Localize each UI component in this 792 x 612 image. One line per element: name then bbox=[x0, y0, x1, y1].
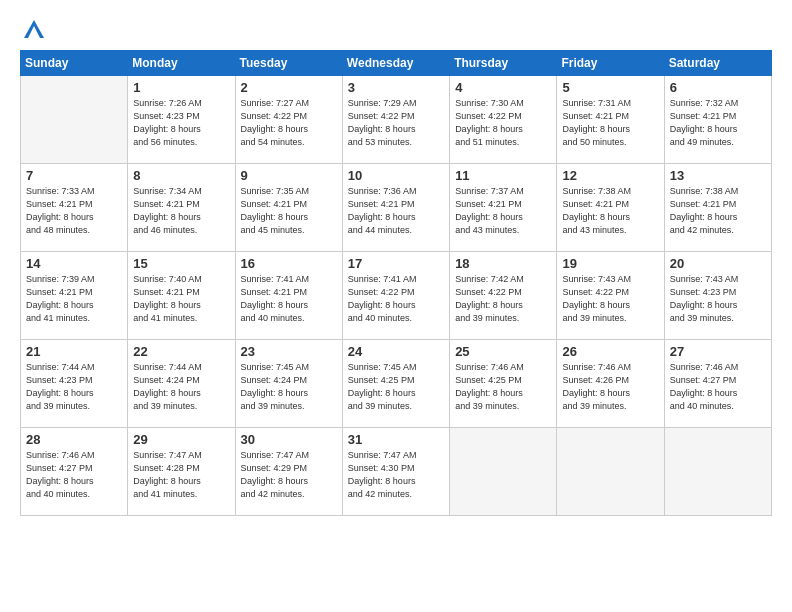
calendar-header: SundayMondayTuesdayWednesdayThursdayFrid… bbox=[21, 51, 772, 76]
day-cell: 17Sunrise: 7:41 AM Sunset: 4:22 PM Dayli… bbox=[342, 252, 449, 340]
calendar-body: 1Sunrise: 7:26 AM Sunset: 4:23 PM Daylig… bbox=[21, 76, 772, 516]
day-info: Sunrise: 7:43 AM Sunset: 4:23 PM Dayligh… bbox=[670, 273, 766, 325]
day-cell: 1Sunrise: 7:26 AM Sunset: 4:23 PM Daylig… bbox=[128, 76, 235, 164]
day-number: 21 bbox=[26, 344, 122, 359]
day-number: 6 bbox=[670, 80, 766, 95]
day-number: 3 bbox=[348, 80, 444, 95]
logo bbox=[20, 16, 52, 44]
day-number: 13 bbox=[670, 168, 766, 183]
day-cell bbox=[557, 428, 664, 516]
day-cell: 19Sunrise: 7:43 AM Sunset: 4:22 PM Dayli… bbox=[557, 252, 664, 340]
day-cell: 24Sunrise: 7:45 AM Sunset: 4:25 PM Dayli… bbox=[342, 340, 449, 428]
day-info: Sunrise: 7:35 AM Sunset: 4:21 PM Dayligh… bbox=[241, 185, 337, 237]
day-cell: 29Sunrise: 7:47 AM Sunset: 4:28 PM Dayli… bbox=[128, 428, 235, 516]
day-info: Sunrise: 7:47 AM Sunset: 4:30 PM Dayligh… bbox=[348, 449, 444, 501]
day-number: 16 bbox=[241, 256, 337, 271]
day-number: 30 bbox=[241, 432, 337, 447]
day-cell: 22Sunrise: 7:44 AM Sunset: 4:24 PM Dayli… bbox=[128, 340, 235, 428]
day-info: Sunrise: 7:39 AM Sunset: 4:21 PM Dayligh… bbox=[26, 273, 122, 325]
day-number: 14 bbox=[26, 256, 122, 271]
day-info: Sunrise: 7:46 AM Sunset: 4:27 PM Dayligh… bbox=[26, 449, 122, 501]
day-info: Sunrise: 7:47 AM Sunset: 4:28 PM Dayligh… bbox=[133, 449, 229, 501]
day-number: 1 bbox=[133, 80, 229, 95]
day-number: 20 bbox=[670, 256, 766, 271]
week-row-1: 7Sunrise: 7:33 AM Sunset: 4:21 PM Daylig… bbox=[21, 164, 772, 252]
day-cell: 13Sunrise: 7:38 AM Sunset: 4:21 PM Dayli… bbox=[664, 164, 771, 252]
day-cell: 18Sunrise: 7:42 AM Sunset: 4:22 PM Dayli… bbox=[450, 252, 557, 340]
day-cell: 5Sunrise: 7:31 AM Sunset: 4:21 PM Daylig… bbox=[557, 76, 664, 164]
day-number: 22 bbox=[133, 344, 229, 359]
day-cell: 15Sunrise: 7:40 AM Sunset: 4:21 PM Dayli… bbox=[128, 252, 235, 340]
day-number: 27 bbox=[670, 344, 766, 359]
calendar-table: SundayMondayTuesdayWednesdayThursdayFrid… bbox=[20, 50, 772, 516]
week-row-2: 14Sunrise: 7:39 AM Sunset: 4:21 PM Dayli… bbox=[21, 252, 772, 340]
day-cell: 7Sunrise: 7:33 AM Sunset: 4:21 PM Daylig… bbox=[21, 164, 128, 252]
day-info: Sunrise: 7:29 AM Sunset: 4:22 PM Dayligh… bbox=[348, 97, 444, 149]
day-number: 29 bbox=[133, 432, 229, 447]
day-info: Sunrise: 7:34 AM Sunset: 4:21 PM Dayligh… bbox=[133, 185, 229, 237]
day-cell: 16Sunrise: 7:41 AM Sunset: 4:21 PM Dayli… bbox=[235, 252, 342, 340]
day-info: Sunrise: 7:38 AM Sunset: 4:21 PM Dayligh… bbox=[670, 185, 766, 237]
day-cell: 6Sunrise: 7:32 AM Sunset: 4:21 PM Daylig… bbox=[664, 76, 771, 164]
day-info: Sunrise: 7:47 AM Sunset: 4:29 PM Dayligh… bbox=[241, 449, 337, 501]
day-number: 10 bbox=[348, 168, 444, 183]
day-cell: 21Sunrise: 7:44 AM Sunset: 4:23 PM Dayli… bbox=[21, 340, 128, 428]
day-info: Sunrise: 7:46 AM Sunset: 4:27 PM Dayligh… bbox=[670, 361, 766, 413]
day-info: Sunrise: 7:36 AM Sunset: 4:21 PM Dayligh… bbox=[348, 185, 444, 237]
logo-icon bbox=[20, 16, 48, 44]
day-number: 4 bbox=[455, 80, 551, 95]
day-cell: 30Sunrise: 7:47 AM Sunset: 4:29 PM Dayli… bbox=[235, 428, 342, 516]
day-number: 28 bbox=[26, 432, 122, 447]
day-cell: 31Sunrise: 7:47 AM Sunset: 4:30 PM Dayli… bbox=[342, 428, 449, 516]
day-info: Sunrise: 7:33 AM Sunset: 4:21 PM Dayligh… bbox=[26, 185, 122, 237]
day-number: 23 bbox=[241, 344, 337, 359]
day-cell: 23Sunrise: 7:45 AM Sunset: 4:24 PM Dayli… bbox=[235, 340, 342, 428]
day-header-friday: Friday bbox=[557, 51, 664, 76]
day-number: 12 bbox=[562, 168, 658, 183]
day-number: 24 bbox=[348, 344, 444, 359]
day-number: 18 bbox=[455, 256, 551, 271]
week-row-3: 21Sunrise: 7:44 AM Sunset: 4:23 PM Dayli… bbox=[21, 340, 772, 428]
day-info: Sunrise: 7:44 AM Sunset: 4:24 PM Dayligh… bbox=[133, 361, 229, 413]
day-cell bbox=[21, 76, 128, 164]
day-cell: 2Sunrise: 7:27 AM Sunset: 4:22 PM Daylig… bbox=[235, 76, 342, 164]
day-info: Sunrise: 7:40 AM Sunset: 4:21 PM Dayligh… bbox=[133, 273, 229, 325]
day-number: 31 bbox=[348, 432, 444, 447]
day-header-tuesday: Tuesday bbox=[235, 51, 342, 76]
header bbox=[20, 16, 772, 44]
day-info: Sunrise: 7:45 AM Sunset: 4:25 PM Dayligh… bbox=[348, 361, 444, 413]
day-info: Sunrise: 7:44 AM Sunset: 4:23 PM Dayligh… bbox=[26, 361, 122, 413]
day-header-wednesday: Wednesday bbox=[342, 51, 449, 76]
day-info: Sunrise: 7:26 AM Sunset: 4:23 PM Dayligh… bbox=[133, 97, 229, 149]
day-cell: 14Sunrise: 7:39 AM Sunset: 4:21 PM Dayli… bbox=[21, 252, 128, 340]
day-cell bbox=[664, 428, 771, 516]
day-header-sunday: Sunday bbox=[21, 51, 128, 76]
day-info: Sunrise: 7:42 AM Sunset: 4:22 PM Dayligh… bbox=[455, 273, 551, 325]
day-cell: 27Sunrise: 7:46 AM Sunset: 4:27 PM Dayli… bbox=[664, 340, 771, 428]
day-header-saturday: Saturday bbox=[664, 51, 771, 76]
day-cell: 12Sunrise: 7:38 AM Sunset: 4:21 PM Dayli… bbox=[557, 164, 664, 252]
day-number: 8 bbox=[133, 168, 229, 183]
day-cell: 28Sunrise: 7:46 AM Sunset: 4:27 PM Dayli… bbox=[21, 428, 128, 516]
day-number: 15 bbox=[133, 256, 229, 271]
day-cell: 11Sunrise: 7:37 AM Sunset: 4:21 PM Dayli… bbox=[450, 164, 557, 252]
day-header-monday: Monday bbox=[128, 51, 235, 76]
day-cell bbox=[450, 428, 557, 516]
week-row-4: 28Sunrise: 7:46 AM Sunset: 4:27 PM Dayli… bbox=[21, 428, 772, 516]
day-number: 17 bbox=[348, 256, 444, 271]
day-cell: 20Sunrise: 7:43 AM Sunset: 4:23 PM Dayli… bbox=[664, 252, 771, 340]
day-cell: 26Sunrise: 7:46 AM Sunset: 4:26 PM Dayli… bbox=[557, 340, 664, 428]
day-cell: 8Sunrise: 7:34 AM Sunset: 4:21 PM Daylig… bbox=[128, 164, 235, 252]
day-info: Sunrise: 7:37 AM Sunset: 4:21 PM Dayligh… bbox=[455, 185, 551, 237]
day-number: 25 bbox=[455, 344, 551, 359]
day-info: Sunrise: 7:41 AM Sunset: 4:21 PM Dayligh… bbox=[241, 273, 337, 325]
week-row-0: 1Sunrise: 7:26 AM Sunset: 4:23 PM Daylig… bbox=[21, 76, 772, 164]
day-header-row: SundayMondayTuesdayWednesdayThursdayFrid… bbox=[21, 51, 772, 76]
day-number: 7 bbox=[26, 168, 122, 183]
day-cell: 3Sunrise: 7:29 AM Sunset: 4:22 PM Daylig… bbox=[342, 76, 449, 164]
day-info: Sunrise: 7:43 AM Sunset: 4:22 PM Dayligh… bbox=[562, 273, 658, 325]
day-info: Sunrise: 7:46 AM Sunset: 4:26 PM Dayligh… bbox=[562, 361, 658, 413]
day-number: 2 bbox=[241, 80, 337, 95]
day-cell: 4Sunrise: 7:30 AM Sunset: 4:22 PM Daylig… bbox=[450, 76, 557, 164]
day-cell: 25Sunrise: 7:46 AM Sunset: 4:25 PM Dayli… bbox=[450, 340, 557, 428]
